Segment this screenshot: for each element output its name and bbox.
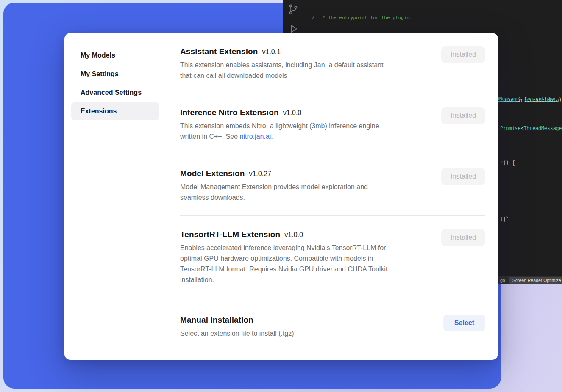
installed-button[interactable]: Installed — [441, 229, 485, 246]
extensions-panel: Assistant Extension v1.0.1 This extensio… — [165, 33, 498, 360]
extension-version: v1.0.0 — [284, 231, 303, 239]
code-line: 2 * The entrypoint for the plugin. — [303, 14, 562, 21]
extension-title: Model Extension — [180, 169, 245, 178]
extension-title: TensortRT-LLM Extension — [180, 230, 280, 239]
sidebar-item-my-settings[interactable]: My Settings — [71, 65, 159, 83]
manual-installation-title: Manual Installation — [180, 315, 253, 325]
extension-version: v1.0.27 — [249, 170, 271, 178]
screen-reader-status-chip[interactable]: Screen Reader Optimize — [509, 277, 562, 284]
extension-version: v1.0.0 — [283, 109, 302, 117]
extension-description: This extension enables assistants, inclu… — [180, 60, 383, 81]
nitro-jan-ai-link[interactable]: nitro.jan.ai. — [240, 133, 273, 140]
installed-button[interactable]: Installed — [441, 107, 485, 124]
line-number: 2 — [303, 14, 314, 21]
code-fragment: rator.inference(data)); — [500, 97, 562, 103]
code-fragment: t}` — [500, 216, 509, 222]
source-control-icon[interactable] — [287, 3, 299, 15]
manual-installation-row: Manual Installation Select an extension … — [180, 301, 485, 349]
status-text[interactable]: go — [500, 278, 505, 283]
installed-button[interactable]: Installed — [441, 46, 485, 63]
extension-row-tensorrt: TensortRT-LLM Extension v1.0.0 Enables a… — [180, 216, 485, 301]
installed-button[interactable]: Installed — [441, 168, 485, 185]
extension-description: Model Management Extension provides mode… — [180, 182, 368, 203]
extension-row-nitro: Inference Nitro Extension v1.0.0 This ex… — [180, 94, 485, 155]
settings-modal: My Models My Settings Advanced Settings … — [64, 33, 498, 360]
extension-description: Enables accelerated inference leveraging… — [180, 243, 387, 285]
extension-description: This extension embeds Nitro, a lightweig… — [180, 121, 379, 142]
code-fragment: ")) { — [500, 160, 515, 166]
extension-title: Inference Nitro Extension — [180, 108, 279, 117]
extension-title: Assistant Extension — [180, 47, 258, 56]
sidebar-item-extensions[interactable]: Extensions — [71, 102, 159, 120]
settings-sidebar: My Models My Settings Advanced Settings … — [64, 33, 165, 360]
extension-row-model: Model Extension v1.0.27 Model Management… — [180, 155, 485, 216]
select-file-button[interactable]: Select — [443, 315, 485, 331]
sidebar-item-my-models[interactable]: My Models — [71, 47, 159, 64]
code-fragment: Promise<ThreadMessage> — [500, 125, 562, 131]
screen: 2 * The entrypoint for the plugin. 3 */ … — [0, 0, 562, 392]
sidebar-item-advanced-settings[interactable]: Advanced Settings — [71, 84, 159, 102]
extension-version: v1.0.1 — [262, 48, 281, 56]
extension-row-assistant: Assistant Extension v1.0.1 This extensio… — [180, 33, 485, 94]
manual-installation-description: Select an extension file to install (.tg… — [180, 328, 294, 339]
